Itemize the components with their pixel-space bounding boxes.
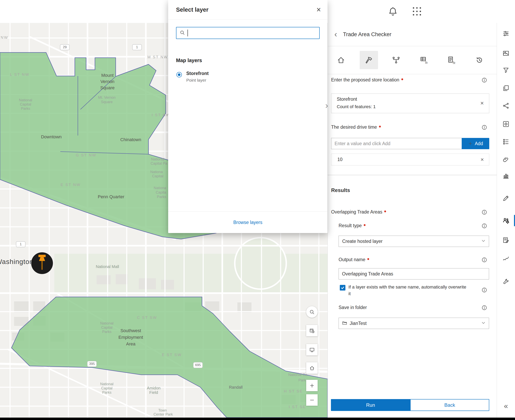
audience-icon[interactable] — [500, 215, 512, 226]
save-folder-info-icon[interactable] — [482, 305, 487, 310]
home-tab-icon[interactable] — [332, 51, 350, 69]
layer-option-storefront[interactable]: Storefront Point layer — [176, 71, 209, 83]
panel-body: Enter the proposed store location Storef… — [328, 74, 497, 418]
store-location-info-icon[interactable] — [482, 77, 487, 83]
basemap-icon[interactable] — [500, 48, 512, 59]
filter-icon[interactable] — [500, 65, 512, 76]
remove-layer-button[interactable]: × — [480, 100, 484, 106]
map-home-button[interactable] — [306, 362, 318, 374]
map-label: Parks — [157, 195, 166, 199]
freehand-draw-icon[interactable] — [500, 253, 512, 264]
map-label: Nationa — [150, 170, 163, 174]
svg-text:fx: fx — [453, 61, 455, 64]
map-label: Parks — [102, 330, 112, 334]
map-layers-heading: Map layers — [176, 58, 202, 63]
overlap-label: Overlapping Trade Areas — [331, 209, 386, 215]
radio-selected-icon — [176, 72, 182, 77]
layer-search-box[interactable] — [176, 27, 320, 39]
history-tab-icon[interactable] — [470, 51, 488, 69]
workflow-tab-icon[interactable] — [387, 51, 405, 69]
output-name-info-icon[interactable] — [482, 257, 487, 262]
map-properties-icon[interactable] — [500, 28, 512, 39]
required-dot — [401, 78, 403, 80]
map-label: Downtown — [41, 134, 62, 139]
map-label: E ST NW — [61, 183, 81, 187]
map-pin[interactable] — [31, 252, 53, 274]
run-button[interactable]: Run — [331, 399, 410, 411]
overlap-info-icon[interactable] — [482, 210, 487, 215]
panel-collapse-handle[interactable]: › — [324, 99, 330, 112]
map-label: NW — [0, 35, 8, 40]
selected-layer-count: Count of features: 1 — [337, 104, 376, 109]
share-network-icon[interactable] — [500, 100, 512, 111]
map-label: National — [100, 321, 114, 325]
map-label: Parks — [21, 106, 30, 111]
edit-tool-tab-icon[interactable] — [360, 51, 378, 69]
map-search-button[interactable] — [306, 306, 318, 318]
back-button[interactable]: Back — [410, 399, 489, 411]
note-edit-icon[interactable] — [500, 235, 512, 246]
map-label: Capita — [156, 190, 166, 195]
remove-value-button[interactable]: × — [481, 157, 484, 162]
map-label: Capital — [20, 102, 31, 106]
layer-search-input[interactable] — [191, 30, 316, 36]
overwrite-info-icon[interactable] — [482, 287, 487, 293]
list-functions-tab-icon[interactable]: fx — [442, 51, 461, 69]
map-label: Field — [149, 390, 158, 395]
map-label: H ST SE — [284, 389, 303, 393]
map-label: National — [19, 98, 32, 102]
output-name-input[interactable] — [339, 268, 489, 279]
result-type-info-icon[interactable] — [482, 223, 487, 229]
chart-icon[interactable] — [500, 170, 512, 181]
map-label: Parks — [102, 390, 112, 394]
map-label: Southwest — [121, 328, 141, 333]
map-time-slider-button[interactable] — [306, 325, 318, 336]
developer-tools-icon[interactable] — [500, 276, 512, 287]
drive-time-info-icon[interactable] — [482, 125, 487, 130]
result-type-select[interactable]: Create hosted layer — [339, 236, 489, 247]
add-button[interactable]: Add — [462, 138, 489, 149]
map-label: Mount — [101, 73, 114, 78]
widget-settings-icon[interactable] — [500, 118, 512, 130]
svg-text:29: 29 — [63, 45, 67, 49]
table-functions-tab-icon[interactable]: fx — [415, 51, 433, 69]
svg-text:695: 695 — [195, 363, 201, 367]
map-label: L ST NW — [10, 72, 29, 77]
map-screen-button[interactable] — [306, 344, 318, 355]
browse-layers-link[interactable]: Browse layers — [233, 220, 262, 225]
collapse-icon[interactable]: « — [500, 400, 512, 412]
overwrite-checkbox[interactable] — [340, 285, 345, 291]
attachment-icon[interactable] — [500, 154, 512, 165]
map-label: Square — [101, 100, 113, 104]
widget-rail: « — [497, 23, 515, 418]
required-dot — [379, 126, 381, 128]
close-icon[interactable]: × — [314, 5, 323, 14]
save-folder-select[interactable]: JianTest — [339, 318, 489, 329]
svg-text:1: 1 — [136, 45, 138, 49]
map-label: Capital — [101, 325, 113, 330]
panel-title: Trade Area Checker — [343, 23, 392, 46]
app-launcher-icon[interactable] — [413, 7, 422, 16]
selected-layer-card: Storefront Count of features: 1 × — [331, 93, 489, 113]
modal-title: Select layer — [176, 0, 208, 19]
duplicate-icon[interactable] — [500, 82, 512, 94]
map-label: E ST SW — [162, 353, 182, 357]
zoom-out-button[interactable] — [306, 394, 318, 406]
map-label: Park — [298, 378, 306, 382]
edit-pencil-icon[interactable] — [500, 193, 512, 204]
legend-icon[interactable] — [500, 136, 512, 147]
required-dot — [364, 224, 365, 226]
map-label: C ST SW — [137, 315, 157, 320]
drive-time-input[interactable] — [331, 138, 462, 149]
zoom-in-button[interactable] — [306, 380, 318, 391]
store-location-pin[interactable] — [31, 252, 53, 274]
route-shield: 1 — [132, 45, 142, 50]
modal-header: Select layer × — [168, 0, 327, 20]
output-name-label: Output name — [339, 257, 369, 262]
panel-back-button[interactable]: ‹ — [331, 28, 341, 41]
map-label: Nationa — [154, 186, 166, 190]
map-label: Randall — [229, 385, 242, 390]
search-icon — [180, 30, 185, 36]
notifications-bell-icon[interactable] — [388, 7, 398, 16]
svg-text:1: 1 — [20, 242, 22, 246]
